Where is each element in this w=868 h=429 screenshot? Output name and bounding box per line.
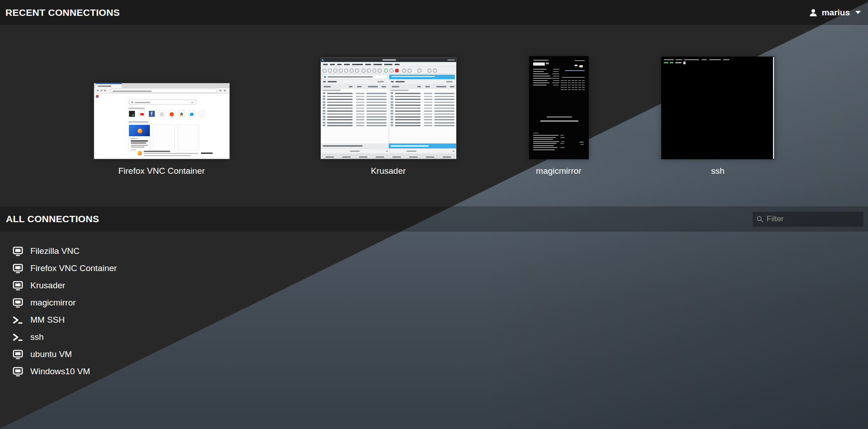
monitor-icon — [13, 349, 23, 360]
connection-label: Windows10 VM — [30, 367, 90, 377]
recent-connections-row: f a — [0, 25, 868, 176]
connection-item-mm-ssh[interactable]: MM SSH — [13, 311, 117, 329]
user-menu[interactable]: marius — [809, 8, 861, 18]
magicmirror-session-thumbnail: ☂ — [529, 56, 589, 159]
terminal-icon — [13, 332, 23, 343]
connection-item-filezilla-vnc[interactable]: Filezilla VNC — [13, 243, 117, 260]
file-list-panels — [321, 89, 456, 143]
panel-status-bars — [321, 143, 456, 148]
connection-label: ubuntu VM — [30, 349, 72, 359]
guacamole-home-screen: RECENT CONNECTIONS marius — [0, 0, 868, 429]
browser-toolbar — [94, 88, 229, 94]
connection-label: ssh — [30, 332, 44, 342]
monitor-icon — [13, 281, 23, 291]
weather-icon: ☂ — [574, 64, 578, 69]
connection-label: MM SSH — [30, 315, 65, 325]
krusader-session-thumbnail — [320, 57, 457, 159]
user-name: marius — [822, 8, 850, 18]
search-icon — [756, 215, 763, 223]
connection-item-ubuntu-vm[interactable]: ubuntu VM — [13, 346, 117, 363]
column-headers — [321, 85, 456, 89]
monitor-icon — [13, 298, 23, 308]
monitor-icon — [13, 367, 23, 377]
web-shortcut-tiles: f a — [129, 110, 205, 117]
connection-list: Filezilla VNC Firefox VNC Container Krus… — [13, 243, 117, 380]
recent-connection-label: Firefox VNC Container — [118, 166, 205, 176]
connection-label: Krusader — [30, 281, 65, 291]
connection-item-firefox-vnc-container[interactable]: Firefox VNC Container — [13, 260, 117, 277]
connection-item-magicmirror[interactable]: magicmirror — [13, 294, 117, 311]
connection-label: Firefox VNC Container — [30, 263, 117, 273]
connection-item-windows10-vm[interactable]: Windows10 VM — [13, 363, 117, 380]
terminal-icon — [13, 315, 23, 325]
recent-connection-ssh[interactable]: ssh — [661, 57, 775, 176]
firefox-session-thumbnail: f a — [94, 83, 230, 159]
monitor-icon — [13, 246, 23, 257]
all-connections-title: ALL CONNECTIONS — [6, 214, 99, 224]
all-connections-bar: ALL CONNECTIONS — [0, 206, 868, 232]
toolbar — [321, 67, 456, 74]
header-bar: RECENT CONNECTIONS marius — [0, 0, 868, 25]
connection-label: magicmirror — [30, 298, 76, 308]
panel-path-bars — [321, 74, 456, 80]
chevron-down-icon — [855, 11, 861, 14]
recent-connection-label: magicmirror — [536, 166, 581, 176]
connection-item-ssh[interactable]: ssh — [13, 329, 117, 346]
recent-connection-firefox-vnc-container[interactable]: f a — [94, 83, 230, 176]
window-title-bar — [321, 58, 456, 62]
menu-bar — [321, 62, 456, 67]
filter-box[interactable] — [753, 212, 863, 227]
pocket-cards — [129, 124, 199, 152]
connection-label: Filezilla VNC — [30, 246, 80, 256]
monitor-icon — [13, 263, 23, 274]
browser-newtab-page: f a — [94, 94, 229, 159]
calendar-month-grid — [560, 80, 585, 91]
recent-connection-label: Krusader — [371, 166, 405, 176]
function-key-buttons — [321, 153, 456, 159]
browser-tab-bar — [94, 83, 229, 88]
page-title: RECENT CONNECTIONS — [5, 7, 120, 18]
recent-connection-krusader[interactable]: Krusader — [320, 57, 457, 176]
filter-input[interactable] — [767, 214, 860, 224]
newtab-footer — [94, 151, 229, 157]
recent-connection-label: ssh — [711, 166, 725, 176]
terminal-scrollbar — [773, 57, 774, 159]
recent-connection-magicmirror[interactable]: ☂ — [529, 56, 589, 176]
ssh-session-thumbnail — [661, 57, 775, 159]
panel-headers — [321, 80, 456, 85]
connection-item-krusader[interactable]: Krusader — [13, 277, 117, 294]
user-icon — [809, 8, 818, 17]
ready-bars — [321, 148, 456, 153]
